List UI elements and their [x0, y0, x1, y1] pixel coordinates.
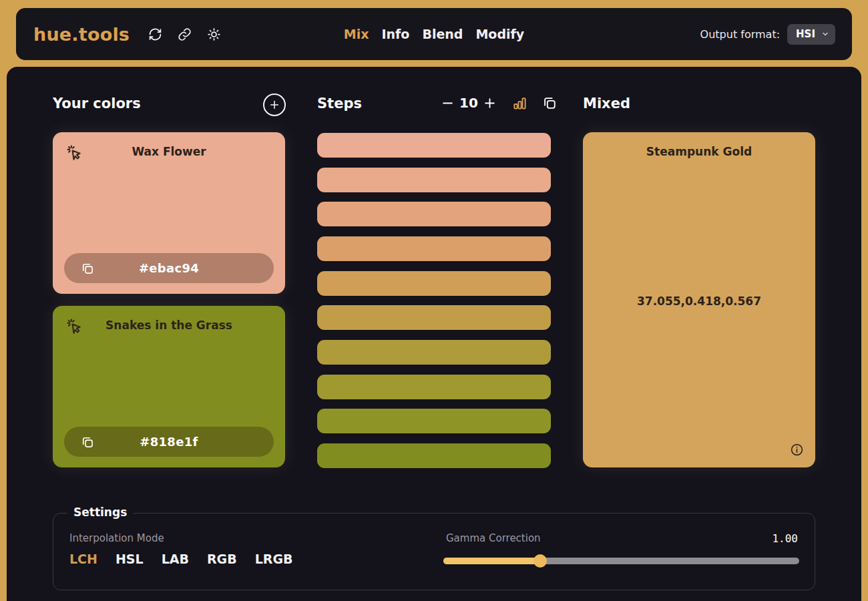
gamma-correction-value: 1.00: [772, 532, 798, 545]
gamma-correction-slider[interactable]: [443, 554, 799, 568]
mixed-color-value: 37.055,0.418,0.567: [583, 294, 815, 308]
interpolation-mode-options: LCHHSLLABRGBLRGB: [69, 552, 293, 566]
top-bar: hue.tools MixInfoBlendModify Output form…: [16, 8, 852, 60]
steps-controls: 10: [441, 95, 557, 111]
steps-list: [317, 133, 551, 468]
step-bar-6[interactable]: [317, 305, 551, 330]
mode-option-lrgb[interactable]: LRGB: [255, 552, 293, 566]
add-color-button[interactable]: [263, 93, 286, 116]
app-logo[interactable]: hue.tools: [33, 24, 130, 45]
theme-sun-icon[interactable]: [207, 27, 221, 41]
cursor-click-icon: [65, 317, 83, 335]
slider-fill: [443, 558, 540, 564]
step-bar-1[interactable]: [317, 133, 551, 158]
nav-item-mix[interactable]: Mix: [344, 27, 369, 41]
mixed-title: Mixed: [583, 95, 630, 112]
your-colors-title: Your colors: [53, 95, 141, 112]
color-card-name: Wax Flower: [53, 132, 285, 158]
bar-chart-icon[interactable]: [512, 95, 527, 111]
steps-decrease-button[interactable]: [441, 97, 454, 110]
settings-legend: Settings: [67, 506, 133, 519]
mode-option-hsl[interactable]: HSL: [116, 552, 144, 566]
step-bar-4[interactable]: [317, 236, 551, 261]
interpolation-mode-label: Interpolation Mode: [69, 532, 164, 544]
step-bar-8[interactable]: [317, 375, 551, 399]
settings-section: Settings Interpolation Mode LCHHSLLABRGB…: [53, 513, 815, 590]
steps-count: 10: [459, 95, 478, 111]
nav-item-blend[interactable]: Blend: [422, 27, 463, 41]
copy-hex-button[interactable]: #818e1f: [64, 427, 274, 457]
output-format-value: HSI: [796, 28, 815, 40]
copy-icon: [81, 262, 94, 275]
topbar-icon-group: [148, 27, 221, 41]
slider-thumb[interactable]: [533, 554, 547, 568]
info-icon[interactable]: [790, 443, 804, 457]
steps-title: Steps: [317, 95, 362, 112]
mode-option-lch[interactable]: LCH: [69, 552, 97, 566]
nav-item-info[interactable]: Info: [382, 27, 410, 41]
copy-hex-button[interactable]: #ebac94: [64, 253, 274, 283]
mode-option-rgb[interactable]: RGB: [207, 552, 237, 566]
copy-steps-icon[interactable]: [542, 95, 557, 110]
color-hex-value: #818e1f: [140, 435, 198, 449]
mode-option-lab[interactable]: LAB: [162, 552, 189, 566]
steps-increase-button[interactable]: [483, 97, 496, 110]
link-icon[interactable]: [178, 27, 192, 41]
nav-item-modify[interactable]: Modify: [475, 27, 524, 41]
step-bar-5[interactable]: [317, 271, 551, 296]
cursor-click-icon: [65, 144, 83, 161]
color-card-snakes-in-the-grass[interactable]: Snakes in the Grass #818e1f: [53, 306, 285, 467]
color-card-name: Snakes in the Grass: [53, 306, 285, 332]
step-bar-3[interactable]: [317, 202, 551, 226]
main-panel: Your colors Steps 10 Mixed: [7, 67, 861, 601]
mixed-color-card[interactable]: Steampunk Gold 37.055,0.418,0.567: [583, 132, 815, 467]
step-bar-7[interactable]: [317, 340, 551, 365]
gamma-correction-label: Gamma Correction: [446, 532, 541, 544]
output-format-select[interactable]: HSI: [787, 24, 835, 45]
chevron-down-icon: [821, 28, 829, 41]
copy-icon: [81, 435, 94, 449]
main-nav: MixInfoBlendModify: [344, 27, 524, 41]
step-bar-10[interactable]: [317, 443, 551, 468]
output-format-label: Output format:: [700, 28, 780, 41]
sync-icon[interactable]: [148, 27, 162, 41]
step-bar-9[interactable]: [317, 409, 551, 433]
mixed-color-name: Steampunk Gold: [583, 132, 815, 158]
output-format-group: Output format: HSI: [700, 24, 835, 45]
color-hex-value: #ebac94: [139, 261, 199, 275]
step-bar-2[interactable]: [317, 168, 551, 192]
color-card-wax-flower[interactable]: Wax Flower #ebac94: [53, 132, 285, 294]
